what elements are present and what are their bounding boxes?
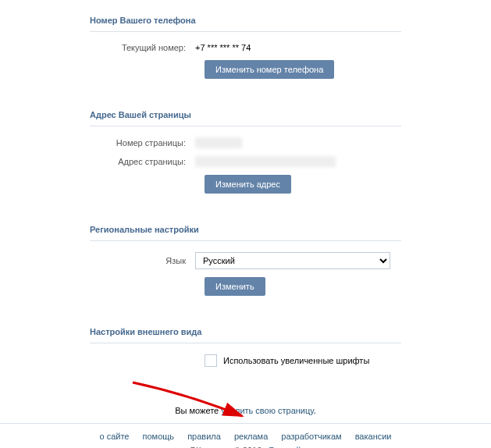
footer-link-rules[interactable]: правила [187, 432, 221, 441]
phone-current-row: Текущий номер: +7 *** *** ** 74 [16, 43, 475, 52]
change-address-button[interactable]: Изменить адрес [205, 175, 291, 194]
delete-prefix: Вы можете [175, 406, 221, 415]
page-number-row: Номер страницы: hidden [16, 137, 475, 148]
regional-btn-row: Изменить [16, 277, 475, 296]
change-language-button[interactable]: Изменить [205, 277, 265, 296]
footer-links: о сайте помощь правила реклама разработч… [0, 432, 491, 441]
page-number-value: hidden [195, 137, 242, 148]
arrow-annotation [125, 379, 258, 425]
address-title: Адрес Вашей страницы [90, 104, 401, 126]
delete-page-link[interactable]: удалить свою страницу [221, 406, 313, 415]
footer-link-about[interactable]: о сайте [99, 432, 129, 441]
large-fonts-row: Использовать увеличенные шрифты [16, 354, 475, 367]
address-btn-row: Изменить адрес [16, 175, 475, 194]
phone-current-value: +7 *** *** ** 74 [195, 43, 251, 52]
regional-title: Региональные настройки [90, 219, 401, 241]
language-row: Язык Русский [16, 252, 475, 269]
footer-link-jobs[interactable]: вакансии [355, 432, 392, 441]
page-address-row: Адрес страницы: hidden address value her… [16, 156, 475, 167]
page-address-value: hidden address value here [195, 156, 336, 167]
footer: о сайте помощь правила реклама разработч… [0, 423, 491, 448]
page-address-label: Адрес страницы: [16, 157, 195, 166]
phone-btn-row: Изменить номер телефона [16, 60, 475, 79]
footer-link-help[interactable]: помощь [143, 432, 175, 441]
appearance-title: Настройки внешнего вида [90, 321, 401, 343]
footer-link-dev[interactable]: разработчикам [281, 432, 341, 441]
regional-section: Региональные настройки Язык Русский Изме… [0, 209, 491, 311]
delete-suffix: . [314, 406, 316, 415]
appearance-section: Настройки внешнего вида Использовать уве… [0, 311, 491, 382]
address-section: Адрес Вашей страницы Номер страницы: hid… [0, 94, 491, 209]
change-phone-button[interactable]: Изменить номер телефона [205, 60, 334, 79]
language-select[interactable]: Русский [195, 252, 390, 269]
language-label: Язык [16, 256, 195, 265]
phone-title: Номер Вашего телефона [90, 9, 401, 32]
phone-current-label: Текущий номер: [16, 43, 195, 52]
large-fonts-label: Использовать увеличенные шрифты [223, 356, 369, 365]
language-select-wrap: Русский [195, 252, 390, 269]
delete-row: Вы можете удалить свою страницу. [0, 382, 491, 423]
phone-section: Номер Вашего телефона Текущий номер: +7 … [0, 0, 491, 94]
footer-link-ads[interactable]: реклама [234, 432, 268, 441]
large-fonts-checkbox[interactable] [205, 354, 217, 367]
page-number-label: Номер страницы: [16, 138, 195, 148]
settings-content: Номер Вашего телефона Текущий номер: +7 … [0, 0, 491, 448]
